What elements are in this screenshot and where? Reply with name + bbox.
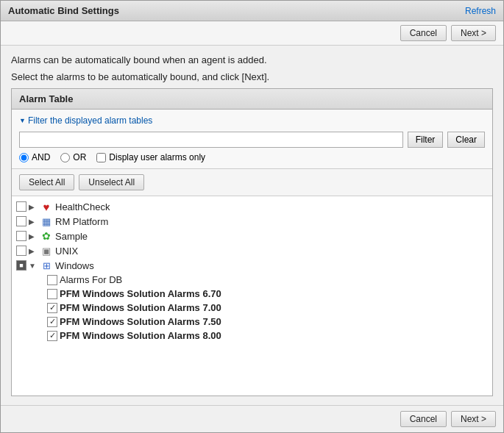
top-cancel-button[interactable]: Cancel	[400, 25, 447, 41]
display-user-alarms-checkbox[interactable]	[96, 153, 106, 162]
filter-toggle[interactable]: Filter the displayed alarm tables	[19, 115, 485, 126]
windows-icon: ⊞	[40, 260, 53, 271]
tree-child-pfm-6-70[interactable]: PFM Windows Solution Alarms 6.70	[12, 287, 492, 301]
healthcheck-checkbox[interactable]	[16, 201, 26, 212]
rm-icon: ▦	[40, 215, 53, 227]
windows-checkbox[interactable]: ■	[16, 260, 26, 271]
options-row: AND OR Display user alarms only	[19, 152, 485, 162]
filter-input[interactable]	[19, 132, 403, 148]
or-radio-label[interactable]: OR	[60, 152, 86, 162]
display-user-alarms-text: Display user alarms only	[109, 152, 205, 162]
healthcheck-icon: ♥	[40, 201, 53, 212]
bottom-next-button[interactable]: Next >	[451, 411, 496, 427]
unix-icon: ▣	[40, 245, 53, 257]
alarm-table-header: Alarm Table	[12, 89, 492, 110]
pfm-7-50-checkbox[interactable]: ✓	[47, 317, 57, 327]
tree-child-pfm-7-00[interactable]: ✓ PFM Windows Solution Alarms 7.00	[12, 301, 492, 315]
bottom-toolbar: Cancel Next >	[1, 405, 503, 432]
pfm-7-00-label: PFM Windows Solution Alarms 7.00	[60, 302, 221, 313]
title-bar: Automatic Bind Settings Refresh	[1, 1, 503, 21]
alarm-table-panel: Alarm Table Filter the displayed alarm t…	[11, 88, 493, 396]
window-title: Automatic Bind Settings	[8, 5, 119, 16]
sample-label: Sample	[55, 231, 88, 242]
info-text: Alarms can be automatically bound when a…	[11, 54, 493, 65]
filter-button[interactable]: Filter	[408, 132, 444, 148]
pfm-8-00-label: PFM Windows Solution Alarms 8.00	[60, 330, 221, 341]
healthcheck-label: HealthCheck	[55, 201, 110, 212]
filter-section: Filter the displayed alarm tables Filter…	[12, 110, 492, 169]
unix-label: UNIX	[55, 246, 78, 257]
tree-item-rm-platform[interactable]: ▶ ▦ RM Platform	[12, 214, 492, 229]
and-radio-label[interactable]: AND	[19, 152, 50, 162]
tree-area[interactable]: ▶ ♥ HealthCheck ▶ ▦ RM Platform ▶ ✿ Samp…	[12, 196, 492, 396]
tree-item-healthcheck[interactable]: ▶ ♥ HealthCheck	[12, 199, 492, 214]
unix-checkbox[interactable]	[16, 246, 26, 256]
top-toolbar: Cancel Next >	[1, 21, 503, 46]
unix-arrow[interactable]: ▶	[29, 247, 38, 255]
and-radio[interactable]	[19, 153, 29, 162]
healthcheck-arrow[interactable]: ▶	[29, 203, 38, 211]
sample-arrow[interactable]: ▶	[29, 232, 38, 240]
filter-row: Filter Clear	[19, 132, 485, 148]
select-unselect-row: Select All Unselect All	[12, 169, 492, 196]
tree-item-unix[interactable]: ▶ ▣ UNIX	[12, 243, 492, 258]
tree-child-pfm-7-50[interactable]: ✓ PFM Windows Solution Alarms 7.50	[12, 315, 492, 329]
tree-item-windows[interactable]: ■ ▼ ⊞ Windows	[12, 258, 492, 273]
pfm-7-00-checkbox[interactable]: ✓	[47, 303, 57, 313]
tree-item-sample[interactable]: ▶ ✿ Sample	[12, 229, 492, 243]
pfm-7-50-label: PFM Windows Solution Alarms 7.50	[60, 316, 221, 327]
sample-icon: ✿	[40, 230, 53, 242]
rm-platform-label: RM Platform	[55, 216, 108, 227]
select-all-button[interactable]: Select All	[19, 174, 74, 190]
display-user-alarms-label[interactable]: Display user alarms only	[96, 152, 205, 162]
or-radio[interactable]	[60, 153, 70, 162]
main-window: Automatic Bind Settings Refresh Cancel N…	[0, 0, 504, 433]
windows-label: Windows	[55, 260, 94, 271]
clear-button[interactable]: Clear	[447, 132, 485, 148]
main-content: Alarms can be automatically bound when a…	[1, 46, 503, 405]
pfm-6-70-label: PFM Windows Solution Alarms 6.70	[60, 288, 221, 299]
instruction-text: Select the alarms to be automatically bo…	[11, 71, 493, 82]
rm-platform-checkbox[interactable]	[16, 216, 26, 226]
tree-child-alarms-for-db[interactable]: Alarms For DB	[12, 273, 492, 287]
pfm-6-70-checkbox[interactable]	[47, 289, 57, 299]
sample-checkbox[interactable]	[16, 231, 26, 241]
windows-arrow[interactable]: ▼	[29, 262, 38, 270]
pfm-8-00-checkbox[interactable]: ✓	[47, 331, 57, 341]
tree-child-pfm-8-00[interactable]: ✓ PFM Windows Solution Alarms 8.00	[12, 329, 492, 343]
alarms-for-db-checkbox[interactable]	[47, 275, 57, 285]
rm-platform-arrow[interactable]: ▶	[29, 218, 38, 226]
or-label: OR	[73, 152, 86, 162]
alarms-for-db-label: Alarms For DB	[60, 274, 122, 285]
unselect-all-button[interactable]: Unselect All	[79, 174, 144, 190]
top-next-button[interactable]: Next >	[451, 25, 496, 41]
refresh-link[interactable]: Refresh	[465, 6, 496, 16]
bottom-cancel-button[interactable]: Cancel	[400, 411, 447, 427]
and-label: AND	[32, 152, 50, 162]
